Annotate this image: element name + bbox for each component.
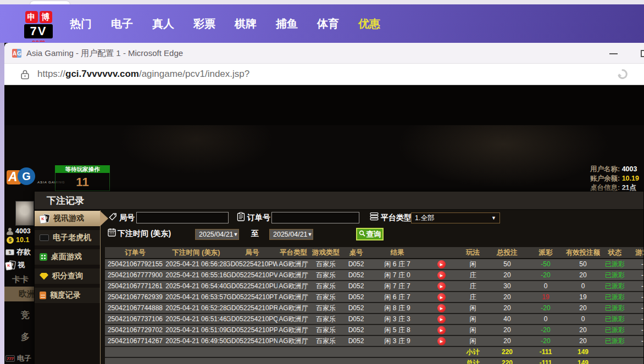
background-menu-fragment[interactable]: 视 <box>5 260 25 270</box>
play-video-button[interactable]: ▶ <box>437 304 446 312</box>
background-menu-fragment[interactable]: 卡卡 <box>12 275 29 285</box>
cell-status: 已派彩 <box>601 325 629 335</box>
play-video-button[interactable]: ▶ <box>437 326 446 334</box>
cell-round-no <box>227 347 277 357</box>
cell-status: 已派彩 <box>601 336 629 346</box>
chevron-down-icon: ▼ <box>234 232 238 237</box>
total-row: 总计 220 -111 149 <box>105 358 643 364</box>
cell-payout: -20 <box>526 270 565 280</box>
cell-valid-bet: 有效投注额 <box>565 247 601 258</box>
cell-payout: -20 <box>526 325 565 335</box>
order-no-input[interactable] <box>271 212 359 223</box>
cell-wager: 玩法 <box>458 247 488 258</box>
cell-round-no: GD052254210PP <box>227 325 277 335</box>
doc-icon <box>40 292 46 299</box>
cell-game-type: 百家乐 <box>309 325 342 335</box>
cell-round-no: GD052254210PU <box>227 281 277 291</box>
site-nav-item[interactable]: 棋牌 <box>235 16 257 31</box>
slot-icon <box>40 234 49 241</box>
window-titlebar[interactable]: A G Asia Gaming - 用户配置 1 - Microsoft Edg… <box>4 43 644 64</box>
cell-valid-bet: 0 <box>565 314 601 324</box>
logo-badge-2: 博 <box>40 11 52 23</box>
background-menu-fragment[interactable]: 欧洲 <box>4 287 36 301</box>
user-info-label: 用户名称: <box>590 165 620 173</box>
page-content: A G ASIA GAMING 等待玩家操作 11 用户名称: 4003 账户余… <box>4 85 644 364</box>
background-menu-fragment[interactable]: $ 存款 <box>5 247 31 257</box>
cell-wager: 闲 <box>458 314 488 324</box>
cell-bet-time: 2025-04-21 06:51:09 <box>165 325 227 335</box>
date-from-select[interactable]: 2025/04/21 ▼ <box>195 229 239 240</box>
cell-payout: -20 <box>526 336 565 346</box>
cell-round-no: GD052254210PN <box>227 336 277 346</box>
play-video-button[interactable]: ▶ <box>437 271 446 279</box>
site-nav: 申 博 7V com 热门电子真人彩票棋牌捕鱼体育优惠 <box>0 4 644 43</box>
dice-icon <box>40 253 47 261</box>
maximize-button[interactable] <box>641 50 644 57</box>
site-nav-item[interactable]: 热门 <box>70 16 92 31</box>
background-menu-fragment[interactable]: 竞 <box>21 310 30 321</box>
chevron-down-icon: ▼ <box>308 232 313 237</box>
game-background: A G ASIA GAMING 等待玩家操作 11 用户名称: 4003 账户余… <box>4 125 644 364</box>
play-icon: ▶ <box>440 284 443 288</box>
cell-table-no: D052 <box>342 314 370 324</box>
url-domain: gci.7vvvvvv.com <box>65 69 139 79</box>
cell-status <box>601 358 629 364</box>
table-row: 250421067737106 2025-04-21 06:51:46 GD05… <box>105 314 643 325</box>
play-video-button[interactable]: ▶ <box>437 315 446 323</box>
site-nav-item[interactable]: 体育 <box>317 16 339 31</box>
site-nav-item[interactable]: 优惠 <box>358 16 380 31</box>
user-icon <box>7 228 13 235</box>
user-info-label: 账户余额: <box>590 175 620 182</box>
play-video-button[interactable]: ▶ <box>437 337 446 345</box>
cell-order-no: 250421067737106 <box>105 314 165 324</box>
cell-platform: AG欧洲厅 <box>277 314 309 324</box>
date-to-select[interactable]: 2025/04/21 ▼ <box>269 229 313 240</box>
site-nav-item[interactable]: 电子 <box>111 16 133 31</box>
sidebar-item-quota-records[interactable]: 额度记录 <box>35 288 100 303</box>
user-info-value: 10.19 <box>622 175 639 182</box>
background-menu-fragment[interactable]: $ 10.1 <box>7 236 29 244</box>
search-button[interactable]: 查询 <box>356 228 384 240</box>
play-video-button[interactable]: ▶ <box>437 282 446 290</box>
cell-order-no: 250421067729702 <box>105 325 165 335</box>
sidebar-item-table-games[interactable]: 桌面游戏 <box>35 249 100 265</box>
cell-game-type: 百家乐 <box>309 303 342 313</box>
cell-order-no: 250421067771261 <box>105 281 165 291</box>
cell-result: 闲 7 庄 0 <box>370 270 425 280</box>
tag-icon <box>108 212 118 223</box>
avatar <box>15 201 34 226</box>
site-nav-item[interactable]: 真人 <box>152 16 174 31</box>
cell-total-bet: 220 <box>488 358 526 364</box>
cell-result: 闲 8 庄 9 <box>370 303 425 313</box>
play-video-button[interactable]: ▶ <box>437 260 446 268</box>
table-row: 250421067777900 2025-04-21 06:55:16 GD05… <box>105 270 643 281</box>
edge-window: A G Asia Gaming - 用户配置 1 - Microsoft Edg… <box>4 43 644 364</box>
background-menu-fragment[interactable]: 777 电子 <box>5 354 31 363</box>
site-logo[interactable]: 申 博 7V com <box>24 11 53 42</box>
background-menu-fragment[interactable]: 4003 <box>7 227 31 235</box>
round-no-input[interactable] <box>136 212 229 223</box>
cell-result: 结果 <box>370 247 425 258</box>
window-left-edge <box>0 43 4 364</box>
address-bar[interactable]: https://gci.7vvvvvv.com/agingame/pcv1/in… <box>4 64 644 85</box>
cell-valid-bet: 149 <box>565 358 601 364</box>
cell-total-bet: 220 <box>488 347 526 357</box>
sidebar-item-points-query[interactable]: 积分查询 <box>35 268 100 284</box>
play-video-button[interactable]: ▶ <box>437 293 446 301</box>
cell-total-bet: 20 <box>488 336 526 346</box>
background-menu-fragment[interactable]: 多 <box>21 332 30 343</box>
countdown-value: 11 <box>55 173 110 191</box>
user-info-row: 用户名称: 4003 <box>590 165 644 174</box>
minimize-button[interactable] <box>609 53 618 54</box>
sidebar-item-video-games[interactable]: 视讯游戏 <box>35 211 100 226</box>
active-item-arrow-icon <box>100 211 108 226</box>
cell-bet-time: 2025-04-21 06:55:16 <box>165 270 227 280</box>
cell-platform <box>277 347 309 357</box>
platform-type-select[interactable]: 1.全部 ▼ <box>411 212 500 223</box>
url-text[interactable]: https://gci.7vvvvvv.com/agingame/pcv1/in… <box>37 69 249 80</box>
site-nav-item[interactable]: 捕鱼 <box>276 16 298 31</box>
cell-round-no <box>227 358 277 364</box>
site-nav-item[interactable]: 彩票 <box>193 16 215 31</box>
sidebar-item-slot-machines[interactable]: 电子老虎机 <box>35 230 100 245</box>
cell-game-type: 百家乐 <box>309 314 342 324</box>
